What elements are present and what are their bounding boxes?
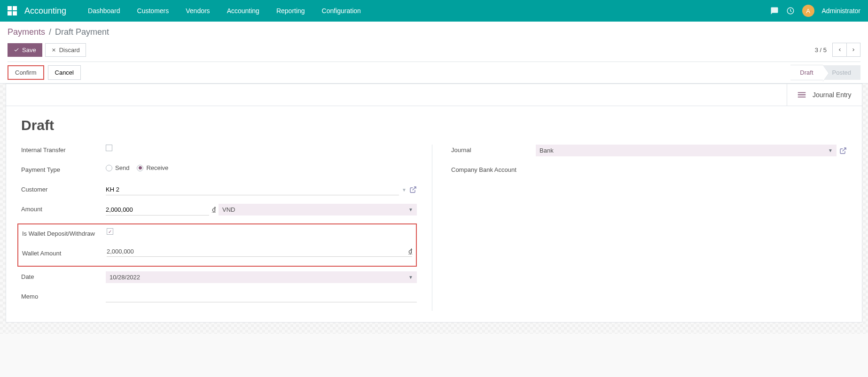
wallet-amount-value[interactable]: 2,000,000 [107, 248, 134, 255]
radio-send-label: Send [115, 164, 129, 171]
avatar[interactable]: A [802, 5, 814, 17]
journal-entry-button[interactable]: Journal Entry [787, 84, 862, 106]
chevron-right-icon [851, 47, 856, 53]
chevron-down-icon: ▼ [828, 148, 833, 153]
wallet-section-highlight: Is Wallet Deposit/Withdraw Wallet Amount… [17, 223, 417, 267]
top-navbar: Accounting Dashboard Customers Vendors A… [0, 0, 868, 22]
label-company-bank: Company Bank Account [451, 164, 536, 173]
journal-value: Bank [540, 147, 554, 154]
label-customer: Customer [21, 184, 106, 193]
statusbar: Confirm Cancel Draft Posted [8, 62, 860, 83]
radio-send-dot [106, 165, 112, 171]
save-label: Save [22, 46, 36, 54]
radio-receive-dot [137, 165, 143, 171]
breadcrumb: Payments / Draft Payment [8, 27, 860, 37]
brand-title[interactable]: Accounting [24, 6, 66, 16]
nav-link-vendors[interactable]: Vendors [177, 0, 218, 22]
label-date: Date [21, 271, 106, 280]
nav-link-accounting[interactable]: Accounting [219, 0, 268, 22]
pager-prev-button[interactable] [832, 43, 846, 57]
bars-icon [797, 90, 807, 100]
nav-link-dashboard[interactable]: Dashboard [79, 0, 129, 22]
wallet-currency-symbol: ₫ [408, 248, 412, 255]
journal-entry-label: Journal Entry [813, 91, 851, 99]
label-is-wallet: Is Wallet Deposit/Withdraw [22, 228, 107, 237]
label-wallet-amount: Wallet Amount [22, 248, 107, 257]
memo-input[interactable] [106, 291, 417, 302]
external-link-icon[interactable] [409, 186, 417, 193]
pager-text[interactable]: 3 / 5 [815, 46, 827, 54]
date-value: 10/28/2022 [109, 274, 140, 281]
date-input[interactable]: 10/28/2022 ▼ [106, 271, 417, 283]
currency-value: VND [222, 206, 235, 213]
username[interactable]: Administrator [822, 7, 860, 15]
breadcrumb-current: Draft Payment [55, 27, 109, 37]
page-title: Draft [21, 117, 847, 133]
currency-select[interactable]: VND ▼ [219, 204, 417, 215]
chevron-down-icon: ▼ [408, 275, 413, 280]
pager-next-button[interactable] [846, 43, 860, 57]
close-icon [51, 47, 56, 53]
label-internal-transfer: Internal Transfer [21, 145, 106, 154]
radio-send[interactable]: Send [106, 164, 129, 171]
save-button[interactable]: Save [8, 43, 42, 57]
svg-line-1 [413, 187, 416, 190]
form-sheet: Journal Entry Draft Internal Transfer Pa… [6, 84, 862, 323]
svg-line-2 [843, 148, 846, 151]
customer-input[interactable] [106, 184, 399, 195]
internal-transfer-checkbox[interactable] [106, 145, 112, 151]
sheet-background: Journal Entry Draft Internal Transfer Pa… [0, 84, 868, 334]
breadcrumb-sep: / [49, 27, 51, 37]
label-memo: Memo [21, 291, 106, 300]
discard-label: Discard [59, 46, 80, 54]
apps-icon[interactable] [8, 6, 17, 15]
customer-caret-icon[interactable]: ▼ [402, 187, 407, 192]
confirm-button[interactable]: Confirm [8, 65, 44, 80]
conversations-icon[interactable] [770, 7, 779, 15]
chevron-left-icon [837, 47, 843, 53]
radio-receive-label: Receive [146, 164, 168, 171]
currency-symbol: ₫ [212, 206, 216, 213]
is-wallet-checkbox[interactable] [107, 228, 113, 235]
label-journal: Journal [451, 145, 536, 154]
journal-select[interactable]: Bank ▼ [536, 145, 837, 156]
radio-receive[interactable]: Receive [137, 164, 168, 171]
activities-icon[interactable] [786, 7, 795, 15]
external-link-icon[interactable] [839, 147, 847, 154]
check-icon [14, 47, 19, 53]
breadcrumb-parent[interactable]: Payments [8, 27, 45, 37]
nav-link-configuration[interactable]: Configuration [313, 0, 369, 22]
amount-input[interactable] [106, 204, 209, 215]
label-payment-type: Payment Type [21, 164, 106, 173]
nav-links: Dashboard Customers Vendors Accounting R… [79, 0, 369, 22]
button-box: Journal Entry [6, 84, 862, 106]
discard-button[interactable]: Discard [45, 43, 86, 57]
nav-link-customers[interactable]: Customers [129, 0, 178, 22]
label-amount: Amount [21, 204, 106, 213]
status-draft[interactable]: Draft [790, 65, 822, 80]
cancel-button[interactable]: Cancel [48, 65, 81, 80]
nav-right: A Administrator [770, 5, 860, 17]
nav-link-reporting[interactable]: Reporting [268, 0, 313, 22]
control-panel: Payments / Draft Payment Save Discard 3 … [0, 22, 868, 84]
chevron-down-icon: ▼ [408, 207, 413, 212]
